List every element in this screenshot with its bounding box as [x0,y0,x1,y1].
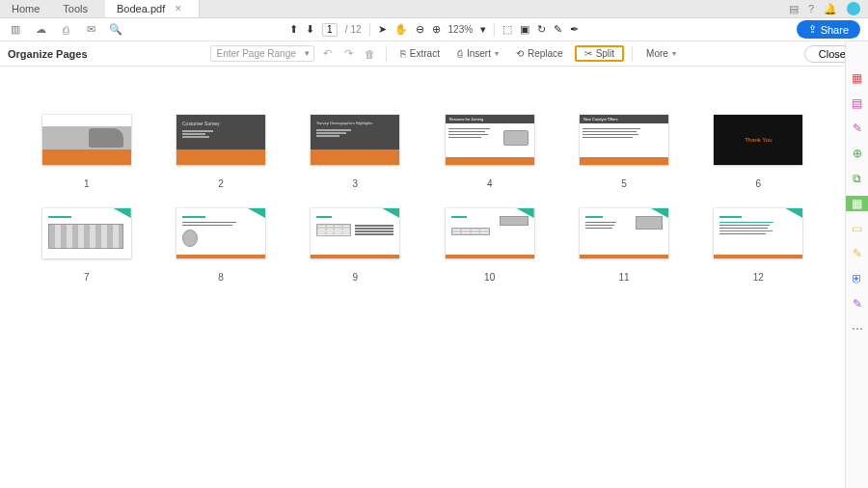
separator [494,23,495,37]
thumb-preview [176,208,265,258]
replace-button[interactable]: ⟲ Replace [510,45,569,62]
page-number: 9 [353,272,359,283]
page-thumb-4[interactable]: Reasons for Joining 4 [442,115,537,189]
replace-icon: ⟲ [516,48,524,59]
toolbar-left: ▥ ☁ ⎙ ✉ 🔍 [8,23,123,36]
extract-icon: ⎘ [400,48,406,59]
document-tab-label: Bodea.pdf [117,0,165,18]
print-icon[interactable]: ⎙ [58,24,73,36]
chevron-down-icon: ▾ [495,49,499,58]
page-number: 4 [487,178,493,189]
page-thumb-5[interactable]: New Catalyst Offers 5 [576,115,671,189]
pdf-tool-icon[interactable]: ▦ [850,70,865,86]
right-tool-strip: ▦ ▤ ✎ ⊕ ⧉ ▦ ▭ ✎ ⛨ ✎ ⋯ [845,41,868,488]
share-button[interactable]: ⇪ Share [797,20,860,39]
page-thumb-7[interactable]: 7 [39,208,134,283]
page-number: 11 [618,272,629,283]
protect-tool-icon[interactable]: ⛨ [850,271,865,286]
more-tools-icon[interactable]: ⋯ [850,321,865,337]
fill-sign-tool-icon[interactable]: ✎ [850,246,865,261]
thumb-preview [580,208,668,258]
separator [632,46,633,62]
page-number: 5 [621,178,627,189]
thumb-preview [311,208,399,258]
extract-label: Extract [410,48,440,59]
page-thumb-12[interactable]: 12 [711,208,806,283]
page-number-input[interactable] [322,23,338,37]
page-thumb-11[interactable]: 11 [576,208,671,283]
share-label: Share [821,24,849,36]
insert-button[interactable]: ⎙ Insert ▾ [451,45,504,62]
menubar-right: ▤ ? 🔔 [789,0,868,17]
page-up-icon[interactable]: ⬆ [289,23,298,36]
page-number: 12 [753,272,764,283]
email-icon[interactable]: ✉ [83,23,98,36]
page-thumb-3[interactable]: Survey Demographics Highlights 3 [308,115,403,189]
thumb-preview: Survey Demographics Highlights [311,115,399,165]
create-tool-icon[interactable]: ⊕ [850,146,865,161]
page-number: 8 [218,272,224,283]
split-button[interactable]: ✂ Split [575,45,624,62]
page-number: 1 [84,178,90,189]
export-tool-icon[interactable]: ▤ [850,95,865,111]
bell-icon[interactable]: 🔔 [824,0,837,18]
thumbnail-area: 1 Customer Survey 2 Survey Demographics … [0,67,845,488]
thumb-preview [714,208,802,258]
page-total-label: / 12 [345,24,362,35]
page-thumb-8[interactable]: 8 [173,208,268,283]
page-thumb-6[interactable]: Thank You 6 [711,115,806,189]
save-cloud-icon[interactable]: ☁ [33,23,48,36]
thumb-preview: Thank You [714,115,802,165]
zoom-out-icon[interactable]: ⊖ [416,23,424,36]
page-number: 7 [84,272,90,283]
zoom-in-icon[interactable]: ⊕ [432,23,441,36]
menu-tools[interactable]: Tools [51,0,99,17]
delete-icon[interactable]: 🗑 [363,48,378,60]
thumb-preview [446,208,534,258]
organize-title: Organize Pages [8,48,88,60]
page-thumb-1[interactable]: 1 [39,115,134,189]
pointer-icon[interactable]: ➤ [378,23,387,36]
page-range-input[interactable]: Enter Page Range [210,45,314,62]
combine-tool-icon[interactable]: ⧉ [850,171,865,186]
document-tab[interactable]: Bodea.pdf × [105,0,200,17]
organize-tool-icon[interactable]: ▦ [846,196,869,211]
rotate-icon[interactable]: ↻ [537,23,546,36]
avatar[interactable] [847,2,860,15]
more-button[interactable]: More ▾ [640,45,682,62]
page-thumb-9[interactable]: 9 [308,208,403,283]
chevron-down-icon: ▾ [672,49,676,58]
view-mode-icon[interactable]: ▣ [520,23,529,36]
help-icon[interactable]: ? [808,0,814,18]
share-icon: ⇪ [808,23,817,36]
hand-icon[interactable]: ✋ [394,23,408,36]
separator [386,46,387,62]
toolbar-center: ⬆ ⬇ / 12 ➤ ✋ ⊖ ⊕ 123% ▾ ⬚ ▣ ↻ ✎ ✒ [289,23,579,37]
close-tab-icon[interactable]: × [175,0,181,18]
zoom-dropdown-icon[interactable]: ▾ [480,23,486,36]
highlight-icon[interactable]: ✎ [554,23,562,36]
thumb-preview: New Catalyst Offers [580,115,668,165]
comment-tool-icon[interactable]: ▭ [850,221,865,236]
page-down-icon[interactable]: ⬇ [306,23,314,36]
zoom-level[interactable]: 123% [448,24,474,35]
chat-icon[interactable]: ▤ [789,0,799,18]
thumb-preview [42,115,131,165]
redact-tool-icon[interactable]: ✎ [850,296,865,312]
rotate-right-icon[interactable]: ↷ [341,47,357,60]
page-thumb-10[interactable]: 10 [442,208,537,283]
search-icon[interactable]: 🔍 [108,23,123,36]
page-number: 3 [353,178,359,189]
sign-icon[interactable]: ✒ [570,23,579,36]
split-label: Split [596,48,614,59]
page-thumb-2[interactable]: Customer Survey 2 [173,115,268,189]
rotate-left-icon[interactable]: ↶ [320,47,336,60]
thumb-preview [42,208,131,258]
extract-button[interactable]: ⎘ Extract [394,45,446,62]
fit-width-icon[interactable]: ⬚ [502,23,512,36]
menu-home[interactable]: Home [0,0,51,17]
insert-icon: ⎙ [457,48,463,59]
sidebar-toggle-icon[interactable]: ▥ [8,23,23,36]
edit-tool-icon[interactable]: ✎ [850,121,865,136]
page-number: 2 [218,178,224,189]
